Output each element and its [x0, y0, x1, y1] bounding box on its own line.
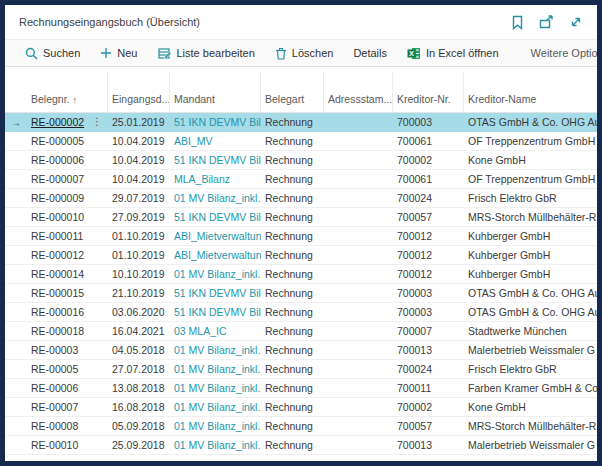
cell-mandant-link[interactable]: 01 MV Bilanz_inkl....: [170, 344, 261, 356]
table-row[interactable]: → RE-000014 ⋮ 10.10.2019 01 MV Bilanz_in…: [5, 265, 597, 284]
cell-belegart: Rechnung: [261, 268, 324, 280]
cell-belegnr: RE-000015 ⋮: [27, 287, 108, 299]
cell-mandant-link[interactable]: 01 MV Bilanz_inkl....: [170, 192, 261, 204]
belegnr-link[interactable]: RE-000007: [31, 173, 84, 185]
cell-mandant-link[interactable]: 01 MV Bilanz_inkl....: [170, 363, 261, 375]
table-row[interactable]: → RE-000009 ⋮ 29.07.2019 01 MV Bilanz_in…: [5, 189, 597, 208]
cell-belegart: Rechnung: [261, 439, 324, 451]
table-row[interactable]: → RE-000007 ⋮ 10.04.2019 MLA_Bilanz Rech…: [5, 170, 597, 189]
cell-kreditor-name: Stadtwerke München: [464, 325, 597, 337]
column-header-adressstamm[interactable]: Adressstam...: [324, 72, 393, 112]
belegnr-link[interactable]: RE-00010: [31, 439, 78, 451]
column-header-belegart[interactable]: Belegart: [261, 72, 324, 112]
search-button[interactable]: Suchen: [15, 47, 90, 60]
expand-icon[interactable]: [569, 15, 583, 29]
column-header-kreditor-nr[interactable]: Kreditor-Nr.: [393, 72, 464, 112]
table-row[interactable]: → RE-000006 ⋮ 10.04.2019 51 IKN DEVMV Bi…: [5, 151, 597, 170]
belegnr-link[interactable]: RE-00008: [31, 420, 78, 432]
column-label: Belegart: [265, 93, 304, 105]
belegnr-link[interactable]: RE-00006: [31, 382, 78, 394]
belegnr-link[interactable]: RE-00003: [31, 344, 78, 356]
cell-mandant-link[interactable]: 51 IKN DEVMV Bil...: [170, 116, 261, 128]
table-row[interactable]: → RE-000005 ⋮ 10.04.2019 ABI_MV Rechnung…: [5, 132, 597, 151]
belegnr-link[interactable]: RE-000014: [31, 268, 84, 280]
cell-eingangsdatum: 01.10.2019: [108, 249, 170, 261]
column-header-mandant[interactable]: Mandant: [170, 72, 261, 112]
cell-mandant-link[interactable]: 51 IKN DEVMV Bil...: [170, 306, 261, 318]
cell-mandant-link[interactable]: MLA_Bilanz: [170, 173, 261, 185]
cell-belegnr: RE-000011 ⋮: [27, 230, 108, 242]
row-options-icon[interactable]: ⋮: [90, 117, 104, 127]
table-row[interactable]: → RE-000002 ⋮ 25.01.2019 51 IKN DEVMV Bi…: [5, 113, 597, 132]
table-row[interactable]: → RE-000016 ⋮ 03.06.2020 51 IKN DEVMV Bi…: [5, 303, 597, 322]
table-row[interactable]: → RE-00006 ⋮ 13.08.2018 01 MV Bilanz_ink…: [5, 379, 597, 398]
cell-mandant-link[interactable]: ABI_Mietverwaltung: [170, 249, 261, 261]
cell-kreditor-nr: 700024: [393, 363, 464, 375]
belegnr-link[interactable]: RE-000016: [31, 306, 84, 318]
cell-mandant-link[interactable]: 01 MV Bilanz_inkl....: [170, 268, 261, 280]
trash-icon: [275, 47, 287, 60]
cell-belegnr: RE-000007 ⋮: [27, 173, 108, 185]
details-label: Details: [353, 47, 387, 59]
column-header-eingangsdatum[interactable]: Eingangsd...: [108, 72, 170, 112]
belegnr-link[interactable]: RE-000009: [31, 192, 84, 204]
action-bar: Suchen Neu Liste bearbeiten Löschen: [5, 39, 597, 67]
cell-mandant-link[interactable]: 51 IKN DEVMV Bil...: [170, 211, 261, 223]
table-row[interactable]: → RE-000011 ⋮ 01.10.2019 ABI_Mietverwalt…: [5, 227, 597, 246]
cell-mandant-link[interactable]: 03 MLA_IC: [170, 325, 261, 337]
belegnr-link[interactable]: RE-000012: [31, 249, 84, 261]
column-header-kreditor-name[interactable]: Kreditor-Name: [464, 72, 597, 112]
belegnr-link[interactable]: RE-000006: [31, 154, 84, 166]
table-row[interactable]: → RE-000018 ⋮ 16.04.2021 03 MLA_IC Rechn…: [5, 322, 597, 341]
cell-eingangsdatum: 10.04.2019: [108, 173, 170, 185]
cell-kreditor-name: Kone GmbH: [464, 401, 597, 413]
edit-list-button[interactable]: Liste bearbeiten: [148, 47, 265, 60]
new-button[interactable]: Neu: [90, 47, 147, 59]
table-row[interactable]: → RE-00003 ⋮ 04.05.2018 01 MV Bilanz_ink…: [5, 341, 597, 360]
belegnr-link[interactable]: RE-000005: [31, 135, 84, 147]
table-row[interactable]: → RE-000015 ⋮ 21.10.2019 51 IKN DEVMV Bi…: [5, 284, 597, 303]
cell-mandant-link[interactable]: ABI_MV: [170, 135, 261, 147]
cell-mandant-link[interactable]: 01 MV Bilanz_inkl....: [170, 382, 261, 394]
table-row[interactable]: → RE-000012 ⋮ 01.10.2019 ABI_Mietverwalt…: [5, 246, 597, 265]
details-button[interactable]: Details: [343, 47, 397, 59]
belegnr-link[interactable]: RE-000015: [31, 287, 84, 299]
cell-mandant-link[interactable]: 01 MV Bilanz_inkl....: [170, 401, 261, 413]
open-in-excel-button[interactable]: X In Excel öffnen: [397, 47, 509, 60]
cell-belegart: Rechnung: [261, 306, 324, 318]
belegnr-link[interactable]: RE-000018: [31, 325, 84, 337]
open-in-new-window-icon[interactable]: [539, 15, 554, 29]
cell-belegnr: RE-000005 ⋮: [27, 135, 108, 147]
toolbar-right-group: Weitere Optionen: [521, 47, 602, 60]
table-row[interactable]: → RE-00008 ⋮ 05.09.2018 01 MV Bilanz_ink…: [5, 417, 597, 436]
more-options-button[interactable]: Weitere Optionen: [521, 47, 602, 59]
column-header-belegnr[interactable]: Belegnr. ↑: [27, 72, 108, 112]
cell-belegart: Rechnung: [261, 325, 324, 337]
table-row[interactable]: → RE-00005 ⋮ 27.07.2018 01 MV Bilanz_ink…: [5, 360, 597, 379]
delete-button[interactable]: Löschen: [265, 47, 344, 60]
column-label: Belegnr.: [31, 93, 70, 105]
cell-mandant-link[interactable]: 51 IKN DEVMV Bil...: [170, 154, 261, 166]
belegnr-link[interactable]: RE-000011: [31, 230, 83, 242]
cell-belegart: Rechnung: [261, 420, 324, 432]
table-row[interactable]: → RE-00010 ⋮ 25.09.2018 01 MV Bilanz_ink…: [5, 436, 597, 455]
cell-kreditor-nr: 700011: [393, 382, 464, 394]
table-row[interactable]: → RE-00007 ⋮ 16.08.2018 01 MV Bilanz_ink…: [5, 398, 597, 417]
cell-kreditor-name: Frisch Elektro GbR: [464, 363, 597, 375]
cell-mandant-link[interactable]: ABI_Mietverwaltung: [170, 230, 261, 242]
cell-eingangsdatum: 04.05.2018: [108, 344, 170, 356]
cell-mandant-link[interactable]: 51 IKN DEVMV Bil...: [170, 287, 261, 299]
cell-mandant-link[interactable]: 01 MV Bilanz_inkl....: [170, 439, 261, 451]
belegnr-link[interactable]: RE-000010: [31, 211, 84, 223]
selected-row-arrow-icon: →: [5, 117, 27, 128]
belegnr-link[interactable]: RE-00007: [31, 401, 78, 413]
title-bar: Rechnungseingangsbuch (Übersicht): [5, 5, 597, 39]
cell-kreditor-name: Kuhberger GmbH: [464, 268, 597, 280]
table-row[interactable]: → RE-000010 ⋮ 27.09.2019 51 IKN DEVMV Bi…: [5, 208, 597, 227]
cell-kreditor-name: Malerbetrieb Weissmaler G: [464, 439, 597, 451]
belegnr-link[interactable]: RE-00005: [31, 363, 78, 375]
belegnr-link[interactable]: RE-000002: [31, 116, 84, 128]
cell-mandant-link[interactable]: 01 MV Bilanz_inkl....: [170, 420, 261, 432]
bookmark-icon[interactable]: [511, 15, 524, 30]
cell-belegart: Rechnung: [261, 211, 324, 223]
